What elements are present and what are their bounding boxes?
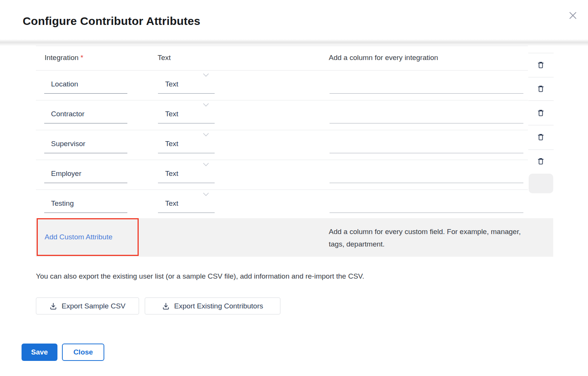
required-asterisk: * [80,54,83,62]
trash-divider [528,125,554,125]
chevron-down-icon [203,103,209,107]
attribute-type-value: Text [165,109,178,119]
attribute-name-value: Contractor [51,109,85,119]
attribute-column-input[interactable] [330,100,523,130]
custom-attribute-description: Add a column for every custom field. For… [329,225,525,250]
trash-icon [537,109,545,117]
input-underline [330,183,523,183]
chevron-down-icon [203,73,209,77]
select-underline [158,153,215,153]
export-existing-contributors-label: Export Existing Contributors [174,302,263,310]
export-sample-csv-label: Export Sample CSV [62,302,125,310]
attribute-row: Testing Text [36,190,528,218]
attribute-type-select[interactable]: Text [158,70,215,100]
trash-divider [528,77,554,77]
trash-icon [537,157,545,166]
trash-icon [537,85,545,93]
add-custom-attribute-link[interactable]: Add Custom Attribute [45,232,113,242]
attribute-column-input[interactable] [330,190,523,219]
attribute-type-value: Text [165,79,178,89]
attribute-name-input[interactable]: Supervisor [44,130,127,160]
scroll-shadow [0,39,588,46]
trash-divider [528,53,554,53]
attribute-name-value: Location [51,79,78,89]
attribute-type-value: Text [165,139,178,149]
attribute-type-select[interactable]: Text [158,190,215,219]
attribute-name-input[interactable]: Location [44,70,127,100]
input-underline [330,213,523,213]
input-underline [330,123,523,123]
input-underline [330,153,523,153]
input-underline [44,153,127,153]
select-underline [158,93,215,94]
save-button[interactable]: Save [22,344,57,361]
close-button[interactable]: Close [62,344,104,361]
attribute-column-input[interactable] [330,70,523,100]
attribute-type-select[interactable]: Text [158,160,215,190]
chevron-down-icon [203,162,209,166]
input-underline [44,213,127,213]
configure-contributor-attributes-dialog: Configure Contributor Attributes Integra… [0,0,588,376]
attribute-type-value: Text [165,199,178,208]
attribute-name-value: Employer [51,169,81,179]
close-icon[interactable] [566,9,580,23]
delete-row-button[interactable] [531,155,551,168]
dialog-title: Configure Contributor Attributes [23,14,200,29]
select-underline [158,123,215,123]
delete-row-button[interactable] [531,82,551,95]
integration-type: Text [158,53,171,63]
attribute-column-input[interactable] [330,160,523,190]
download-icon [50,302,57,310]
attribute-name-input[interactable]: Contractor [44,100,127,130]
delete-row-button[interactable] [531,131,551,143]
attribute-type-select[interactable]: Text [158,100,215,130]
attribute-row: Employer Text [36,160,528,190]
chevron-down-icon [203,192,209,196]
trash-divider [528,100,554,101]
delete-row-button[interactable] [531,59,551,71]
trash-icon [537,61,545,69]
export-sample-csv-button[interactable]: Export Sample CSV [36,297,139,314]
attribute-type-select[interactable]: Text [158,130,215,160]
download-icon [162,302,170,310]
attribute-name-value: Testing [51,199,74,208]
export-note: You can also export the existing user li… [36,271,364,281]
integration-name: Integration [45,54,79,62]
chevron-down-icon [203,133,209,137]
table-border [36,46,528,46]
attribute-name-input[interactable]: Testing [44,190,127,219]
input-underline [44,123,127,123]
input-underline [44,183,127,183]
attribute-type-value: Text [165,169,178,179]
attribute-row: Supervisor Text [36,130,528,160]
integration-label: Integration * [45,53,83,63]
delete-row-button[interactable] [531,106,551,119]
close-x-glyph [567,10,579,21]
attribute-row: Location Text [36,70,528,100]
add-custom-attribute-row: Add Custom Attribute Add a column for ev… [36,218,553,257]
select-underline [158,183,215,183]
attribute-column-input[interactable] [330,130,523,160]
select-underline [158,213,215,213]
attribute-row: Contractor Text [36,100,528,130]
input-underline [44,93,127,94]
delete-row-button-pressed[interactable] [529,174,553,193]
trash-divider [528,149,554,150]
export-existing-contributors-button[interactable]: Export Existing Contributors [145,297,280,314]
integration-description: Add a column for every integration [329,53,438,63]
input-underline [330,93,523,94]
trash-icon [537,133,545,142]
attribute-name-input[interactable]: Employer [44,160,127,190]
attribute-name-value: Supervisor [51,139,85,149]
